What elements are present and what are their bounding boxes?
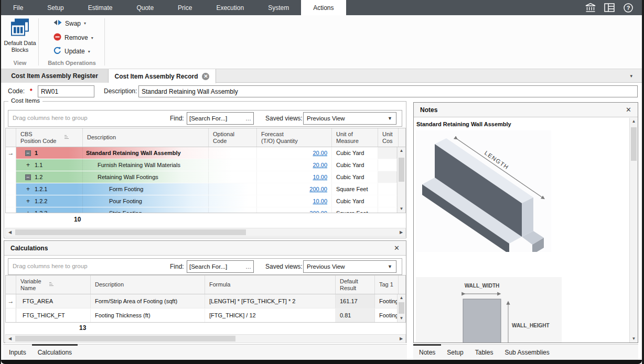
calculations-hscrollbar[interactable]: ◀ ▶: [5, 334, 406, 343]
scroll-thumb[interactable]: [399, 302, 404, 314]
cost-items-hscrollbar[interactable]: ◀ ▶: [5, 228, 406, 237]
default-data-blocks-button[interactable]: Default Data Blocks: [3, 18, 37, 53]
unit-cost-cell: [378, 171, 397, 183]
column-header-variable-name[interactable]: Variable Name: [16, 275, 91, 294]
collapse-icon[interactable]: −: [25, 150, 31, 156]
column-header-unit-cos[interactable]: Unit Cos: [378, 128, 399, 147]
expand-icon[interactable]: +: [25, 161, 31, 169]
scroll-right-icon[interactable]: ▶: [397, 228, 405, 236]
saved-views-select[interactable]: Previous View ▼: [303, 260, 396, 273]
calculations-vscrollbar[interactable]: ▲ ▼: [397, 294, 405, 322]
table-row[interactable]: →FTG_AREAForm/Strip Area of Footing (sqf…: [6, 294, 397, 308]
tab-close-icon[interactable]: ✕: [202, 73, 209, 80]
search-more-button[interactable]: …: [244, 115, 253, 122]
menu-actions[interactable]: Actions: [301, 0, 346, 15]
tab-calculations[interactable]: Calculations: [32, 345, 78, 360]
close-icon[interactable]: ✕: [626, 106, 638, 114]
table-row[interactable]: FTG_THICK_FTFooting Thickness (ft)[FTG_T…: [6, 308, 397, 322]
column-header-default-result[interactable]: Default Result: [336, 275, 375, 294]
ribbon-group-batch-operations: Swap▾ Remove▾ Update▾ Batch Operations: [39, 15, 105, 69]
description-field[interactable]: [138, 85, 638, 97]
menu-price[interactable]: Price: [166, 0, 204, 15]
code-field[interactable]: [38, 85, 94, 97]
table-row[interactable]: +1.2.2Pour Footing10.00Cubic Yard: [6, 195, 397, 207]
tab-cost-item-assembly-record[interactable]: Cost Item Assembly Record ✕: [109, 69, 216, 83]
scroll-down-icon[interactable]: ▼: [630, 335, 638, 343]
menubar-items: FileSetupEstimateQuotePriceExecutionSyst…: [1, 0, 346, 15]
saved-views-select[interactable]: Previous View ▼: [303, 112, 396, 125]
menu-system[interactable]: System: [256, 0, 301, 15]
quantity-link[interactable]: 20.00: [313, 162, 327, 168]
quantity-cell: 20.00: [257, 159, 332, 171]
cost-items-title: Cost Items: [8, 97, 42, 104]
scroll-left-icon[interactable]: ◀: [6, 335, 14, 343]
scroll-thumb[interactable]: [15, 336, 235, 341]
tabstrip-dropdown-icon[interactable]: ▾: [630, 73, 632, 79]
table-row[interactable]: −1.2Retaining Wall Footings10.00Cubic Ya…: [6, 171, 397, 183]
search-input[interactable]: [187, 115, 244, 122]
update-button[interactable]: Update▾: [53, 47, 90, 56]
view-group-label: View: [1, 60, 39, 66]
table-row[interactable]: +1.2.1Form Footing200.00Square Feet: [6, 183, 397, 195]
cost-items-count: 10: [74, 216, 81, 223]
ribbon-group-view: Default Data Blocks View: [1, 15, 39, 69]
formula-cell: [LENGTH] * [FTG_THICK_FT] * 2: [205, 294, 336, 308]
scroll-thumb[interactable]: [631, 127, 637, 161]
app-window: FileSetupEstimateQuotePriceExecutionSyst…: [0, 0, 644, 364]
column-header-formula[interactable]: Formula: [205, 275, 336, 294]
table-row[interactable]: +1.2.3Strip Footing200.00Square Feet: [6, 207, 397, 213]
scroll-up-icon[interactable]: ▲: [398, 147, 405, 155]
scroll-up-icon[interactable]: ▲: [398, 294, 405, 302]
tab-sub-assemblies[interactable]: Sub Assemblies: [499, 345, 555, 360]
scroll-thumb[interactable]: [15, 229, 246, 235]
quantity-link[interactable]: 10.00: [313, 174, 327, 180]
menu-quote[interactable]: Quote: [124, 0, 166, 15]
institution-icon[interactable]: [584, 2, 597, 14]
column-header-tag-1[interactable]: Tag 1: [375, 275, 399, 294]
expand-icon[interactable]: +: [25, 185, 31, 193]
help-icon[interactable]: ?: [622, 2, 635, 14]
search-more-button[interactable]: …: [244, 263, 253, 270]
menu-setup[interactable]: Setup: [35, 0, 76, 15]
cost-items-vscrollbar[interactable]: ▲ ▼: [397, 147, 405, 213]
scroll-thumb[interactable]: [399, 158, 404, 182]
tab-notes[interactable]: Notes: [413, 345, 441, 360]
expand-icon[interactable]: +: [25, 209, 31, 213]
quantity-link[interactable]: 10.00: [313, 198, 327, 204]
tab-inputs[interactable]: Inputs: [3, 345, 32, 360]
notes-vscrollbar[interactable]: ▲ ▼: [629, 118, 638, 343]
scroll-right-icon[interactable]: ▶: [397, 335, 405, 343]
find-box: …: [187, 112, 254, 125]
column-header-description[interactable]: Description: [91, 275, 205, 294]
table-row[interactable]: +1.1Furnish Retaining Wall Materials20.0…: [6, 159, 397, 171]
quantity-link[interactable]: 200.00: [309, 186, 327, 192]
quantity-link[interactable]: 200.00: [309, 210, 327, 213]
column-header-cbs-position-code[interactable]: CBS Position Code: [16, 128, 83, 147]
scroll-down-icon[interactable]: ▼: [398, 315, 405, 322]
scroll-up-icon[interactable]: ▲: [630, 118, 638, 125]
menu-file[interactable]: File: [1, 0, 35, 15]
scroll-left-icon[interactable]: ◀: [6, 228, 14, 236]
quantity-link[interactable]: 20.00: [313, 150, 327, 156]
tab-label: Cost Item Assembly Record: [115, 73, 198, 80]
data-grid-icon[interactable]: [603, 2, 616, 14]
column-header-optional-code[interactable]: Optional Code: [209, 128, 257, 147]
column-header-description[interactable]: Description: [83, 128, 209, 147]
description-cell: Footing Thickness (ft): [91, 308, 205, 322]
scroll-down-icon[interactable]: ▼: [398, 205, 405, 213]
tab-tables[interactable]: Tables: [469, 345, 499, 360]
expand-icon[interactable]: +: [25, 197, 31, 205]
column-header-forecast-t-o-quantity[interactable]: Forecast (T/O) Quantity: [257, 128, 332, 147]
tab-setup[interactable]: Setup: [441, 345, 469, 360]
tab-cost-item-assembly-register[interactable]: Cost Item Assembly Register: [1, 69, 109, 83]
close-icon[interactable]: ✕: [394, 244, 406, 252]
column-header-unit-of-measure[interactable]: Unit of Measure: [332, 128, 378, 147]
swap-button[interactable]: Swap▾: [53, 19, 86, 27]
find-label: Find:: [170, 263, 184, 270]
menu-estimate[interactable]: Estimate: [76, 0, 125, 15]
collapse-icon[interactable]: −: [25, 174, 31, 180]
remove-button[interactable]: Remove▾: [53, 33, 93, 42]
table-row[interactable]: →−1Standard Retaining Wall Assembly20.00…: [6, 147, 397, 159]
menu-execution[interactable]: Execution: [204, 0, 256, 15]
search-input[interactable]: [187, 263, 244, 270]
